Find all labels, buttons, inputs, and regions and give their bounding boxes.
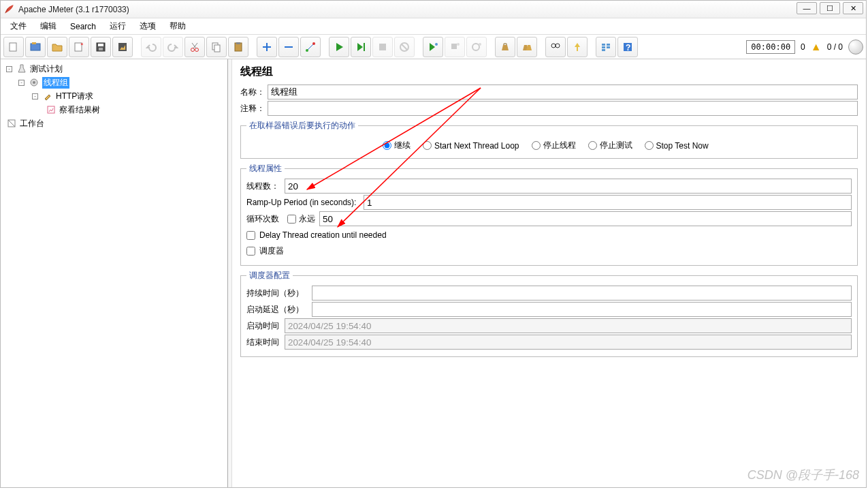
comment-input[interactable] <box>268 101 858 116</box>
close-button[interactable]: ✕ <box>843 2 863 14</box>
svg-rect-21 <box>451 44 457 49</box>
tree-http-request[interactable]: - HTTP请求 <box>2 89 226 103</box>
gear-icon <box>29 77 39 88</box>
warning-icon: ▲ <box>811 41 822 53</box>
threads-input[interactable] <box>285 179 852 194</box>
tree-pane[interactable]: - 测试计划 - 线程组 - HTTP请求 察看结果树 工作台 <box>1 59 228 487</box>
remote-shutdown-button[interactable] <box>466 37 487 57</box>
svg-rect-14 <box>236 42 240 44</box>
open-button[interactable] <box>47 37 67 57</box>
svg-rect-0 <box>10 43 16 51</box>
loop-input[interactable] <box>319 211 852 226</box>
maximize-button[interactable]: ☐ <box>820 2 840 14</box>
scheduler-config-fieldset: 调度器配置 持续时间（秒） 启动延迟（秒） 启动时间 结束时间 <box>240 270 858 357</box>
forever-checkbox[interactable] <box>287 215 296 224</box>
loop-label: 循环次数 <box>246 213 282 225</box>
search-button[interactable] <box>545 37 566 57</box>
svg-point-9 <box>191 48 195 51</box>
undo-button[interactable] <box>141 37 161 57</box>
function-helper-button[interactable] <box>596 37 616 57</box>
start-button[interactable] <box>329 37 349 57</box>
svg-rect-2 <box>32 42 36 44</box>
paste-button[interactable] <box>228 37 248 57</box>
toggle-icon[interactable]: - <box>18 80 25 86</box>
thread-props-legend: 线程属性 <box>246 163 285 174</box>
menu-options[interactable]: 选项 <box>134 19 161 33</box>
scheduler-checkbox[interactable] <box>246 247 255 256</box>
collapse-button[interactable] <box>278 37 299 57</box>
close-test-button[interactable]: × <box>69 37 89 57</box>
scheduler-config-legend: 调度器配置 <box>246 270 293 281</box>
svg-point-10 <box>195 48 199 51</box>
titlebar: Apache JMeter (3.1 r1770033) — ☐ ✕ <box>1 1 866 18</box>
save-as-image-button[interactable] <box>112 37 133 57</box>
help-button[interactable]: ? <box>617 37 638 57</box>
svg-rect-12 <box>214 45 220 52</box>
form-pane: 线程组 名称： 注释： 在取样器错误后要执行的动作 继续 Start Next … <box>232 59 866 487</box>
redo-button[interactable] <box>163 37 183 57</box>
error-action-legend: 在取样器错误后要执行的动作 <box>246 120 358 132</box>
tree-thread-group[interactable]: - 线程组 <box>2 76 226 89</box>
svg-point-25 <box>551 44 556 48</box>
end-time-input[interactable] <box>285 335 852 350</box>
templates-button[interactable] <box>25 37 46 57</box>
radio-stop-now[interactable]: Stop Test Now <box>645 141 709 151</box>
toggle-icon[interactable]: - <box>6 66 12 72</box>
tree-test-plan[interactable]: - 测试计划 <box>2 62 226 76</box>
delay-checkbox[interactable] <box>246 231 255 240</box>
menu-help[interactable]: 帮助 <box>164 19 191 33</box>
svg-point-16 <box>312 42 315 45</box>
radio-continue[interactable]: 继续 <box>383 140 411 151</box>
stop-button[interactable] <box>372 37 393 57</box>
save-button[interactable] <box>91 37 111 57</box>
delay-label: Delay Thread creation until needed <box>259 230 387 240</box>
radio-stop-thread[interactable]: 停止线程 <box>532 140 576 151</box>
remote-start-button[interactable] <box>423 37 443 57</box>
copy-button[interactable] <box>206 37 227 57</box>
svg-rect-28 <box>602 46 605 48</box>
reset-search-button[interactable] <box>567 37 588 57</box>
tree-view-results[interactable]: 察看结果树 <box>2 103 226 117</box>
threads-label: 线程数： <box>246 181 282 192</box>
radio-stop-test[interactable]: 停止测试 <box>588 140 632 151</box>
rampup-label: Ramp-Up Period (in seconds): <box>246 198 361 207</box>
svg-rect-27 <box>602 44 605 46</box>
name-input[interactable] <box>268 84 858 99</box>
new-button[interactable] <box>3 37 24 57</box>
shutdown-button[interactable] <box>394 37 415 57</box>
svg-rect-8 <box>118 43 127 51</box>
minimize-button[interactable]: — <box>797 2 817 14</box>
svg-rect-18 <box>379 44 386 50</box>
cut-button[interactable] <box>184 37 205 57</box>
menu-edit[interactable]: 编辑 <box>35 19 62 33</box>
duration-label: 持续时间（秒） <box>246 288 309 299</box>
clear-all-button[interactable] <box>517 37 537 57</box>
start-no-pause-button[interactable] <box>351 37 371 57</box>
remote-stop-button[interactable] <box>445 37 465 57</box>
menu-search[interactable]: Search <box>65 20 101 33</box>
start-time-label: 启动时间 <box>246 320 282 332</box>
end-time-label: 结束时间 <box>246 337 282 348</box>
svg-point-22 <box>457 43 460 46</box>
panel-title: 线程组 <box>240 65 858 79</box>
clear-button[interactable] <box>495 37 515 57</box>
toggle-button[interactable] <box>300 37 321 57</box>
status-indicator[interactable] <box>848 40 863 55</box>
radio-start-next[interactable]: Start Next Thread Loop <box>423 141 519 151</box>
svg-rect-31 <box>607 46 610 48</box>
menu-run[interactable]: 运行 <box>104 19 131 33</box>
timer-display: 00:00:00 <box>746 40 795 54</box>
svg-point-23 <box>472 44 479 50</box>
expand-button[interactable] <box>257 37 277 57</box>
tree-workbench[interactable]: 工作台 <box>2 117 226 130</box>
duration-input[interactable] <box>312 286 852 301</box>
svg-point-20 <box>435 43 438 46</box>
toolbar: × ? 00:00:00 0 ▲ 0 / <box>1 35 866 59</box>
start-time-input[interactable] <box>285 318 852 333</box>
startup-delay-input[interactable] <box>312 302 852 317</box>
rampup-input[interactable] <box>364 195 852 210</box>
toggle-icon[interactable]: - <box>32 93 38 99</box>
menu-file[interactable]: 文件 <box>5 19 32 33</box>
svg-text:?: ? <box>626 43 630 52</box>
comment-label: 注释： <box>240 103 265 114</box>
